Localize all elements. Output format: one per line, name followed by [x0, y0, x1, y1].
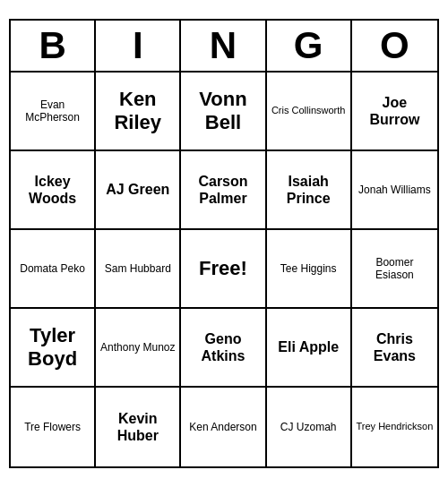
- bingo-cell: Cris Collinsworth: [267, 73, 352, 151]
- bingo-cell: Ken Anderson: [181, 388, 266, 466]
- bingo-cell: Ickey Woods: [11, 151, 96, 230]
- cell-text: Chris Evans: [356, 330, 434, 364]
- bingo-cell: Free!: [181, 230, 266, 309]
- cell-text: Sam Hubbard: [105, 262, 171, 275]
- bingo-cell: AJ Green: [96, 151, 181, 230]
- cell-text: Ickey Woods: [14, 173, 90, 207]
- header-letter: N: [181, 21, 266, 71]
- cell-text: CJ Uzomah: [280, 421, 337, 433]
- cell-text: Carson Palmer: [185, 173, 261, 207]
- header-letter: I: [96, 21, 181, 71]
- bingo-cell: Geno Atkins: [181, 309, 266, 388]
- bingo-card: BINGO Evan McPhersonKen RileyVonn BellCr…: [9, 19, 439, 468]
- bingo-cell: Domata Peko: [11, 230, 96, 309]
- bingo-cell: Trey Hendrickson: [352, 388, 437, 466]
- bingo-header: BINGO: [11, 21, 437, 73]
- cell-text: Kevin Huber: [99, 410, 176, 444]
- cell-text: Geno Atkins: [185, 330, 261, 364]
- cell-text: Ken Anderson: [189, 421, 256, 433]
- cell-text: Free!: [199, 257, 247, 280]
- cell-text: Cris Collinsworth: [271, 105, 346, 116]
- header-letter: G: [267, 21, 352, 71]
- bingo-cell: Vonn Bell: [181, 73, 266, 151]
- cell-text: Isaiah Prince: [271, 173, 347, 207]
- cell-text: Joe Burrow: [356, 94, 434, 128]
- bingo-cell: CJ Uzomah: [267, 388, 352, 466]
- cell-text: Tyler Boyd: [14, 324, 90, 372]
- bingo-cell: Anthony Munoz: [96, 309, 181, 388]
- bingo-cell: Sam Hubbard: [96, 230, 181, 309]
- header-letter: O: [352, 21, 437, 71]
- cell-text: Vonn Bell: [185, 88, 261, 135]
- bingo-cell: Joe Burrow: [352, 73, 437, 151]
- cell-text: Evan McPherson: [14, 98, 90, 124]
- bingo-cell: Jonah Williams: [352, 151, 437, 230]
- bingo-cell: Ken Riley: [96, 73, 181, 151]
- bingo-cell: Tyler Boyd: [11, 309, 96, 388]
- bingo-cell: Carson Palmer: [181, 151, 266, 230]
- cell-text: Trey Hendrickson: [356, 421, 433, 432]
- cell-text: Anthony Munoz: [100, 341, 175, 354]
- bingo-cell: Evan McPherson: [11, 73, 96, 151]
- bingo-cell: Chris Evans: [352, 309, 437, 388]
- cell-text: Domata Peko: [20, 262, 85, 275]
- cell-text: Jonah Williams: [358, 184, 431, 196]
- bingo-grid: Evan McPhersonKen RileyVonn BellCris Col…: [11, 73, 437, 466]
- cell-text: Tee Higgins: [280, 262, 337, 275]
- cell-text: Tre Flowers: [24, 421, 81, 433]
- bingo-cell: Kevin Huber: [96, 388, 181, 466]
- bingo-cell: Isaiah Prince: [267, 151, 352, 230]
- bingo-cell: Eli Apple: [267, 309, 352, 388]
- cell-text: Boomer Esiason: [356, 256, 434, 282]
- bingo-cell: Boomer Esiason: [352, 230, 437, 309]
- bingo-cell: Tee Higgins: [267, 230, 352, 309]
- bingo-cell: Tre Flowers: [11, 388, 96, 466]
- cell-text: Eli Apple: [278, 338, 339, 355]
- cell-text: AJ Green: [106, 181, 169, 198]
- cell-text: Ken Riley: [99, 88, 176, 135]
- header-letter: B: [11, 21, 96, 71]
